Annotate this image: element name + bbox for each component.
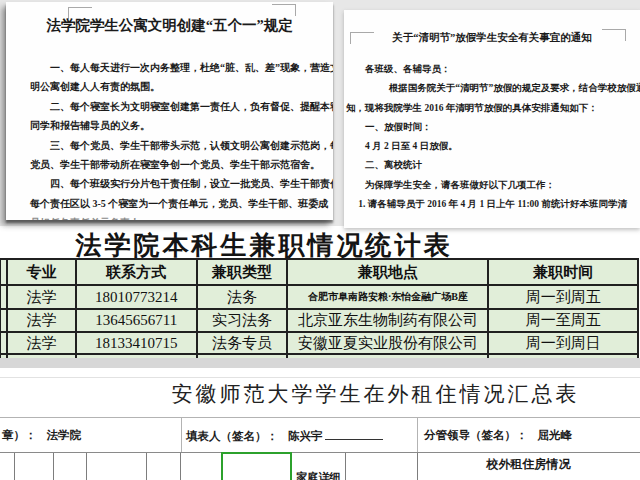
- filler-label: 填表人（签名）：: [186, 430, 278, 442]
- sliver-cell: [7, 354, 76, 358]
- table-gridline: [14, 453, 15, 480]
- cell-major: 法学: [7, 332, 76, 354]
- dorm-rules-page: 法学院学生公寓文明创建“五个一”规定 一、每人每天进行一次内务整理，杜绝“脏、乱…: [6, 2, 333, 220]
- grid-line: [0, 417, 640, 418]
- header-job-type: 兼职类型: [197, 259, 288, 285]
- stamp-label: 章）：: [2, 429, 37, 441]
- table-gridline: [345, 453, 346, 480]
- doc-line: 一、放假时间：: [346, 121, 638, 140]
- holiday-notice-body: 各班级、各辅导员： 根据国务院关于“清明节”放假的规定及要求，结合学校放假通 知…: [346, 63, 638, 217]
- doc-line-clipped: 员担任各责任单元负责人。: [30, 216, 316, 220]
- stamp-value: 法学院: [47, 429, 82, 441]
- doc-line: 各班级、各辅导员：: [346, 63, 638, 82]
- sliver-cell: [287, 354, 488, 358]
- cell-job-time: 周一至周五: [488, 309, 638, 332]
- cell-job-time: 周一到周五: [488, 285, 638, 309]
- table-row: 法学 13645656711 实习法务 北京亚东生物制药有限公司 周一至周五: [0, 309, 638, 332]
- grid-line: [0, 452, 640, 453]
- document-collage: 法学院学生公寓文明创建“五个一”规定 一、每人每天进行一次内务整理，杜绝“脏、乱…: [0, 0, 640, 480]
- cell-job-type: 实习法务: [197, 309, 288, 332]
- selected-cell-outline: [221, 452, 292, 480]
- doc-line: 每个责任区以 3-5 个寝室为一个责任单元，党员、学生干部、班委成: [30, 197, 316, 216]
- clipped-row: [0, 354, 638, 358]
- jobs-table-header-row: 专业 联系方式 兼职类型 兼职地点 兼职时间: [0, 259, 638, 285]
- jobs-stats-section: 法学院本科生兼职情况统计表 专业 联系方式 兼职类型 兼职地点 兼职时间 法学 …: [0, 226, 640, 358]
- cell-job-place: 北京亚东生物制药有限公司: [287, 309, 488, 332]
- rental-form-title: 安徽师范大学学生在外租住情况汇总表: [110, 380, 640, 408]
- doc-line: 为保障学生安全，请各班做好以下几项工作：: [346, 179, 638, 198]
- cell-major: 法学: [7, 309, 76, 332]
- cell-job-time: 周一到周日: [488, 332, 638, 354]
- cell-job-place: 合肥市阜南路安粮·东怡金融广场B座: [287, 285, 488, 309]
- section-divider: [0, 358, 640, 368]
- doc-line: 四、每个班级实行分片包干责任制，设立一批党员、学生干部责任区，: [30, 177, 316, 196]
- cell-contact: 18010773214: [76, 285, 197, 309]
- column-header-offcampus: 校外租住房情况: [417, 456, 640, 473]
- doc-line: 二、每个寝室长为文明寝室创建第一责任人，负有督促、提醒本寝室: [30, 100, 316, 119]
- holiday-notice-page: 关于“清明节”放假学生安全有关事宜的通知 各班级、各辅导员： 根据国务院关于“清…: [344, 10, 640, 228]
- doc-line: 一、每人每天进行一次内务整理，杜绝“脏、乱、差”现象，营造文: [30, 61, 316, 80]
- dorm-rules-title: 法学院学生公寓文明创建“五个一”规定: [6, 16, 333, 35]
- sliver-cell: [488, 354, 638, 358]
- sliver-cell: [0, 285, 7, 309]
- table-gridline: [180, 453, 181, 480]
- cell-job-type: 法务专员: [197, 332, 288, 354]
- table-gridline: [53, 453, 54, 480]
- filler-value: 陈兴宇: [288, 430, 323, 442]
- header-major: 专业: [7, 259, 76, 285]
- doc-line: 同学和报告辅导员的义务。: [30, 119, 316, 138]
- header-job-time: 兼职时间: [488, 259, 638, 285]
- sliver-cell: [0, 332, 7, 354]
- table-row: 法学 18010773214 法务 合肥市阜南路安粮·东怡金融广场B座 周一到周…: [0, 285, 638, 309]
- leader-value: 屈光峰: [538, 429, 573, 441]
- jobs-table: 专业 联系方式 兼职类型 兼职地点 兼职时间 法学 18010773214 法务…: [0, 258, 639, 358]
- dorm-rules-body: 一、每人每天进行一次内务整理，杜绝“脏、乱、差”现象，营造文 明公寓创建人人有责…: [30, 61, 316, 220]
- header-contact: 联系方式: [76, 259, 197, 285]
- leader-field: 分管领导（签名）：屈光峰: [424, 428, 572, 443]
- doc-line: 知，现将我院学生 2016 年清明节放假的具体安排通知如下：: [346, 102, 638, 121]
- stamp-field: 章）：法学院: [2, 428, 81, 443]
- leader-label: 分管领导（签名）：: [424, 429, 528, 441]
- doc-line: 根据国务院关于“清明节”放假的规定及要求，结合学校放假通: [346, 82, 638, 101]
- signature-line: [325, 428, 383, 440]
- filler-field: 填表人（签名）：陈兴宇: [186, 428, 383, 444]
- header-sliver-cell: [0, 259, 7, 285]
- sliver-cell: [76, 354, 197, 358]
- doc-line: 三、每个党员、学生干部带头示范，认领文明公寓创建示范岗，每个: [30, 139, 316, 158]
- doc-line: 1. 请各辅导员于 2016 年 4 月 1 日上午 11:00 前统计好本班同…: [346, 198, 638, 217]
- table-gridline: [86, 453, 87, 480]
- doc-line: 4 月 2 日至 4 日放假。: [346, 140, 638, 159]
- column-header-partial: 家庭详细: [292, 470, 345, 480]
- cell-contact: 18133410715: [76, 332, 197, 354]
- cell-job-type: 法务: [197, 285, 288, 309]
- cell-job-place: 安徽亚夏实业股份有限公司: [287, 332, 488, 354]
- cell-major: 法学: [7, 285, 76, 309]
- doc-line: 二、离校统计: [346, 159, 638, 178]
- sliver-cell: [197, 354, 288, 358]
- grid-line: [417, 417, 418, 452]
- rental-summary-section: 安徽师范大学学生在外租住情况汇总表 章）：法学院 填表人（签名）：陈兴宇 分管领…: [0, 368, 640, 480]
- table-row: 法学 18133410715 法务专员 安徽亚夏实业股份有限公司 周一到周日: [0, 332, 638, 354]
- doc-line: 明公寓创建人人有责的氛围。: [30, 80, 316, 99]
- page-margin-mark: [272, 4, 296, 16]
- table-gridline: [146, 453, 147, 480]
- sliver-cell: [0, 354, 7, 358]
- doc-line: 党员、学生干部带动所在寝室争创一个党员、学生干部示范宿舍。: [30, 158, 316, 177]
- sliver-cell: [0, 309, 7, 332]
- page-edge-line: [0, 377, 640, 378]
- cell-contact: 13645656711: [76, 309, 197, 332]
- holiday-notice-title: 关于“清明节”放假学生安全有关事宜的通知: [344, 31, 640, 45]
- grid-line: [181, 417, 182, 452]
- header-job-place: 兼职地点: [287, 259, 488, 285]
